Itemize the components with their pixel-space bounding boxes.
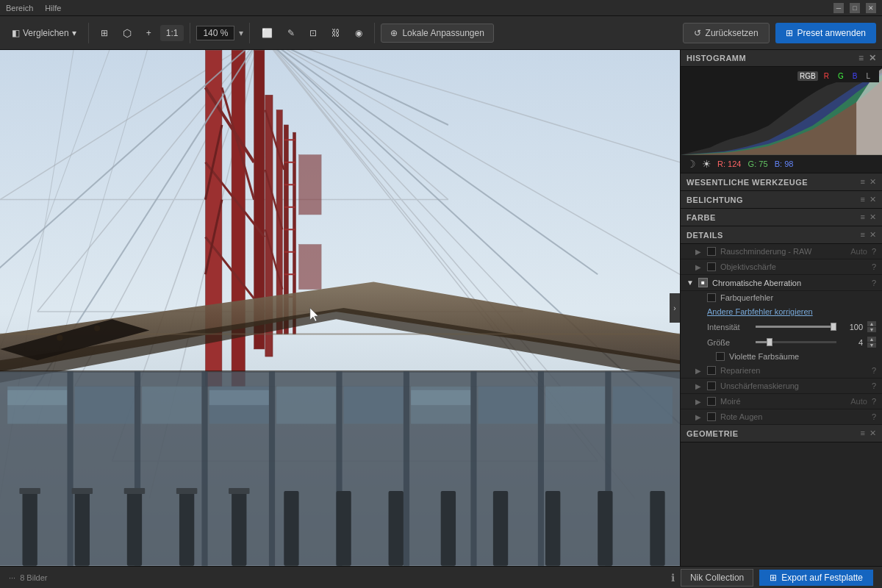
preset-button[interactable]: ⊞ Preset anwenden: [775, 23, 876, 43]
farbe-close-icon[interactable]: ✕: [870, 212, 876, 222]
groesse-thumb[interactable]: [767, 338, 772, 346]
zurueck-button[interactable]: ↺ Zurücksetzen: [683, 23, 770, 43]
svg-rect-68: [411, 390, 470, 405]
chromatic-checkbox[interactable]: ■: [698, 278, 708, 287]
groesse-up[interactable]: ▲: [867, 337, 876, 342]
andere-farbfehler-link[interactable]: Andere Farbfehler korrigieren: [707, 307, 813, 316]
channel-b-button[interactable]: B: [850, 71, 861, 81]
histogram-close-icon[interactable]: ✕: [869, 53, 877, 63]
histogram-menu-icon[interactable]: ≡: [858, 53, 864, 63]
zoom-input[interactable]: [196, 26, 234, 40]
belichtung-close-icon[interactable]: ✕: [870, 195, 876, 204]
intensitaet-value: 100: [841, 323, 863, 331]
channel-g-button[interactable]: G: [835, 71, 847, 81]
compare-icon: ◧: [12, 28, 20, 38]
info-icon[interactable]: ℹ: [671, 572, 675, 584]
chain-button[interactable]: ⛓: [326, 25, 346, 41]
wesentliche-menu-icon[interactable]: ≡: [861, 177, 865, 187]
close-button[interactable]: ✕: [866, 3, 876, 13]
unschaerfe-help[interactable]: ?: [872, 381, 876, 390]
rauschminderung-row[interactable]: ▶ Rauschminderung - RAW Auto ?: [681, 244, 882, 259]
rauschminderung-checkbox[interactable]: [707, 247, 716, 256]
chromatic-row[interactable]: ▼ ■ Chromatische Aberration ?: [681, 275, 882, 291]
wesentliche-header[interactable]: WESENTLICHE WERKZEUGE ≡ ✕: [681, 173, 882, 191]
separator-1: [88, 23, 89, 43]
histogram-canvas: RGB R G B L: [681, 67, 882, 155]
details-menu-icon[interactable]: ≡: [861, 230, 865, 240]
violett-checkbox[interactable]: [716, 352, 725, 361]
transform-icon: ⬜: [262, 28, 273, 38]
details-close-icon[interactable]: ✕: [870, 230, 876, 240]
channel-l-button[interactable]: L: [863, 71, 873, 81]
groesse-slider[interactable]: [756, 341, 836, 343]
moire-checkbox[interactable]: [707, 397, 716, 406]
objektivschaerfe-checkbox[interactable]: [707, 262, 716, 271]
belichtung-menu-icon[interactable]: ≡: [861, 195, 865, 204]
minimize-button[interactable]: ─: [833, 3, 844, 13]
roteaugen-row[interactable]: ▶ Rote Augen ?: [681, 409, 882, 425]
unschaerfe-row[interactable]: ▶ Unschärfemaskierung ?: [681, 379, 882, 394]
zoom-dropdown-icon[interactable]: ▾: [239, 28, 243, 38]
histogram-channels: RGB R G B L: [792, 70, 879, 82]
reparieren-row[interactable]: ▶ Reparieren ?: [681, 363, 882, 379]
svg-rect-65: [613, 387, 673, 424]
unschaerfe-checkbox[interactable]: [707, 381, 716, 390]
crop-button[interactable]: ⬡: [117, 24, 137, 42]
stamp-button[interactable]: ⊡: [304, 25, 323, 41]
histogram-title: HISTOGRAMM: [686, 54, 746, 62]
zurueck-label: Zurücksetzen: [706, 28, 759, 38]
channel-rgb-button[interactable]: RGB: [797, 71, 818, 81]
chromatic-help[interactable]: ?: [872, 279, 876, 287]
image-area[interactable]: ›: [0, 50, 680, 566]
moire-row[interactable]: ▶ Moiré Auto ?: [681, 394, 882, 409]
details-header[interactable]: DETAILS ≡ ✕: [681, 226, 882, 244]
export-button[interactable]: ⊞ Export auf Festplatte: [759, 570, 873, 586]
lokale-button[interactable]: ⊕ Lokale Anpassungen: [381, 24, 493, 43]
belichtung-header[interactable]: BELICHTUNG ≡ ✕: [681, 191, 882, 209]
channel-r-button[interactable]: R: [821, 71, 832, 81]
roteaugen-label: Rote Augen: [720, 412, 867, 421]
transform-button[interactable]: ⬜: [256, 25, 279, 41]
reparieren-help[interactable]: ?: [872, 366, 876, 375]
geometrie-header[interactable]: GEOMETRIE ≡ ✕: [681, 425, 882, 442]
intensitaet-slider[interactable]: [756, 326, 836, 328]
rauschminderung-help[interactable]: ?: [872, 247, 876, 256]
add-button[interactable]: +: [140, 25, 157, 41]
one-to-one-button[interactable]: 1:1: [160, 25, 184, 41]
compare-button[interactable]: ◧ Vergleichen ▾: [6, 25, 82, 41]
svg-rect-79: [75, 491, 90, 566]
farbe-header[interactable]: FARBE ≡ ✕: [681, 209, 882, 226]
svg-rect-75: [470, 371, 476, 565]
menu-bereich[interactable]: Bereich: [6, 4, 33, 12]
grid-button[interactable]: ⊞: [95, 25, 114, 41]
groesse-down[interactable]: ▼: [867, 343, 876, 348]
crop-icon: ⬡: [123, 27, 132, 39]
nik-collection-button[interactable]: Nik Collection: [681, 569, 753, 587]
menu-hilfe[interactable]: Hilfe: [45, 4, 61, 12]
panel-collapse-button[interactable]: ›: [670, 293, 680, 323]
preset-label: Preset anwenden: [797, 28, 866, 38]
objektivschaerfe-row[interactable]: ▶ Objektivschärfe ?: [681, 259, 882, 275]
roteaugen-help[interactable]: ?: [872, 412, 876, 421]
farbquer-checkbox[interactable]: [707, 293, 716, 302]
objektivschaerfe-help[interactable]: ?: [872, 262, 876, 271]
groesse-stepper[interactable]: ▲ ▼: [867, 337, 876, 348]
maximize-button[interactable]: □: [850, 3, 860, 13]
svg-rect-71: [201, 371, 207, 565]
eye-button[interactable]: ◉: [349, 25, 368, 41]
pen-button[interactable]: ✎: [282, 25, 301, 41]
svg-rect-91: [19, 488, 40, 494]
highlight-icon: ☀: [702, 158, 711, 170]
svg-rect-60: [276, 387, 336, 424]
moire-help[interactable]: ?: [872, 397, 876, 406]
intensitaet-up[interactable]: ▲: [867, 321, 876, 326]
intensitaet-stepper[interactable]: ▲ ▼: [867, 321, 876, 332]
reparieren-checkbox[interactable]: [707, 366, 716, 375]
intensitaet-thumb[interactable]: [831, 323, 836, 331]
geometrie-close-icon[interactable]: ✕: [870, 429, 876, 438]
wesentliche-close-icon[interactable]: ✕: [870, 177, 876, 187]
roteaugen-checkbox[interactable]: [707, 412, 716, 421]
intensitaet-down[interactable]: ▼: [867, 327, 876, 332]
farbe-menu-icon[interactable]: ≡: [861, 212, 865, 222]
geometrie-menu-icon[interactable]: ≡: [861, 429, 865, 438]
